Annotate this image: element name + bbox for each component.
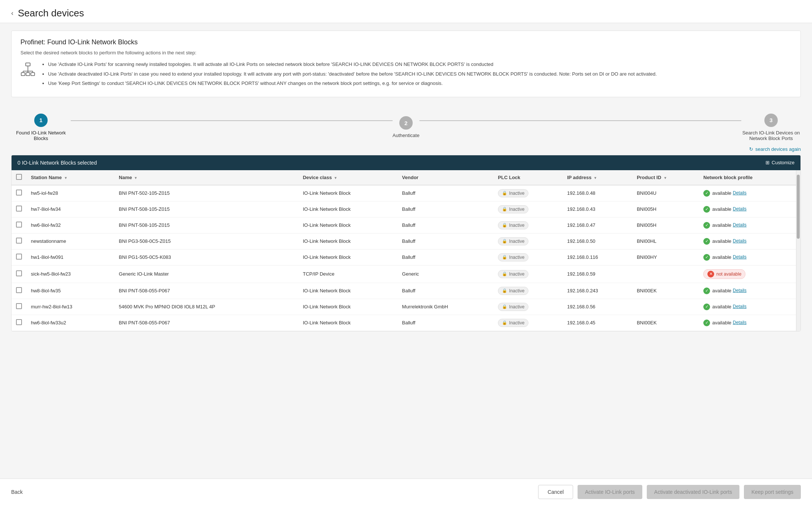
- cell-network-block-profile: ✓ availableDetails: [699, 185, 800, 201]
- table-row: hw5-iol-fw28BNI PNT-502-105-Z015IO-Link …: [12, 185, 800, 201]
- row-checkbox[interactable]: [16, 270, 22, 276]
- product-id-sort-icon: ▾: [664, 176, 666, 180]
- customize-button[interactable]: ⊞ Customize: [765, 160, 795, 165]
- step-connector-1: [71, 120, 393, 121]
- th-network-block-profile: Network block profile: [699, 170, 800, 185]
- device-class-sort-icon: ▾: [335, 176, 336, 180]
- cell-ip-address: 192.168.0.56: [563, 299, 632, 315]
- cell-vendor: Balluff: [397, 249, 493, 265]
- details-link[interactable]: Details: [733, 288, 747, 293]
- plc-lock-badge: 🔒Inactive: [498, 287, 528, 295]
- details-link[interactable]: Details: [733, 190, 747, 196]
- cell-name: BNI PNT-508-055-P067: [114, 315, 298, 331]
- keep-port-settings-button[interactable]: Keep port settings: [744, 485, 801, 499]
- step-3: 3 Search IO-Link Devices on Network Bloc…: [741, 114, 801, 141]
- plc-lock-badge: 🔒Inactive: [498, 237, 528, 245]
- th-device-class[interactable]: Device class ▾: [298, 170, 398, 185]
- details-link[interactable]: Details: [733, 254, 747, 260]
- scrollbar[interactable]: [796, 170, 800, 331]
- info-panel: Profinet: Found IO-Link Network Blocks S…: [11, 31, 801, 97]
- cell-ip-address: 192.168.0.59: [563, 265, 632, 283]
- cell-vendor: Balluff: [397, 315, 493, 331]
- scroll-thumb[interactable]: [797, 175, 800, 239]
- cell-plc-lock: 🔒Inactive: [493, 217, 563, 233]
- bullet-list: Use 'Activate IO-Link Ports' for scannin…: [41, 61, 657, 89]
- cell-name: BNI PNT-502-105-Z015: [114, 185, 298, 201]
- plc-lock-badge: 🔒Inactive: [498, 319, 528, 327]
- details-link[interactable]: Details: [733, 222, 747, 228]
- details-link[interactable]: Details: [733, 320, 747, 325]
- step-2-label: Authenticate: [393, 133, 419, 138]
- row-checkbox[interactable]: [16, 238, 22, 244]
- cancel-button[interactable]: Cancel: [538, 485, 573, 499]
- station-name-sort-icon: ▾: [65, 176, 67, 180]
- row-checkbox[interactable]: [16, 287, 22, 293]
- table-header-row: Station Name ▾ Name ▾ Device class ▾: [12, 170, 800, 185]
- cell-network-block-profile: ✕ not available: [699, 265, 800, 283]
- cell-device-class: TCP/IP Device: [298, 265, 398, 283]
- th-name[interactable]: Name ▾: [114, 170, 298, 185]
- cell-name: Generic IO-Link Master: [114, 265, 298, 283]
- details-link[interactable]: Details: [733, 238, 747, 244]
- table-row: hw7-8iol-fw34BNI PNT-508-105-Z015IO-Link…: [12, 201, 800, 217]
- data-table: Station Name ▾ Name ▾ Device class ▾: [12, 170, 800, 331]
- cell-vendor: Balluff: [397, 201, 493, 217]
- search-again-label: search devices again: [755, 146, 801, 152]
- header-back-arrow[interactable]: ‹: [11, 9, 13, 17]
- th-ip-address[interactable]: IP address ▾: [563, 170, 632, 185]
- cell-network-block-profile: ✓ availableDetails: [699, 283, 800, 299]
- table-row: hw6-8iol-fw32BNI PNT-508-105-Z015IO-Link…: [12, 217, 800, 233]
- cell-device-class: IO-Link Network Block: [298, 299, 398, 315]
- cell-station-name: hw8-8iol-fw35: [26, 283, 114, 299]
- lock-icon: 🔒: [502, 288, 507, 293]
- plc-lock-badge: 🔒Inactive: [498, 303, 528, 311]
- cell-vendor: Balluff: [397, 185, 493, 201]
- lock-icon: 🔒: [502, 191, 507, 196]
- check-circle-icon: ✓: [703, 288, 710, 294]
- cell-ip-address: 192.168.0.48: [563, 185, 632, 201]
- check-circle-icon: ✓: [703, 238, 710, 245]
- details-link[interactable]: Details: [733, 206, 747, 212]
- row-checkbox[interactable]: [16, 190, 22, 196]
- lock-icon: 🔒: [502, 223, 507, 228]
- table-row: newstationnameBNI PG3-508-0C5-Z015IO-Lin…: [12, 233, 800, 249]
- cell-vendor: Murrelektronik GmbH: [397, 299, 493, 315]
- step-1-label: Found IO-Link Network Blocks: [11, 130, 71, 141]
- cell-network-block-profile: ✓ availableDetails: [699, 217, 800, 233]
- cell-ip-address: 192.168.0.50: [563, 233, 632, 249]
- available-badge: ✓ available: [703, 190, 731, 197]
- cell-name: BNI PG1-505-0C5-K083: [114, 249, 298, 265]
- footer: Back Cancel Activate IO-Link ports Activ…: [0, 479, 812, 505]
- cell-device-class: IO-Link Network Block: [298, 217, 398, 233]
- cell-product-id: BNI005H: [632, 201, 699, 217]
- cell-name: BNI PNT-508-105-Z015: [114, 217, 298, 233]
- cell-station-name: murr-hw2-8iol-fw13: [26, 299, 114, 315]
- cell-station-name: hw5-iol-fw28: [26, 185, 114, 201]
- row-checkbox[interactable]: [16, 319, 22, 325]
- available-badge: ✓ available: [703, 320, 731, 326]
- th-product-id[interactable]: Product ID ▾: [632, 170, 699, 185]
- cell-device-class: IO-Link Network Block: [298, 315, 398, 331]
- cell-product-id: BNI00HL: [632, 233, 699, 249]
- back-button[interactable]: Back: [11, 486, 23, 498]
- details-link[interactable]: Details: [733, 304, 747, 309]
- th-station-name[interactable]: Station Name ▾: [26, 170, 114, 185]
- row-checkbox[interactable]: [16, 303, 22, 309]
- activate-deactivated-iolink-ports-button[interactable]: Activate deactivated IO-Link ports: [647, 485, 739, 499]
- cell-station-name: sick-hw5-8iol-fw23: [26, 265, 114, 283]
- page-container: ‹ Search devices Profinet: Found IO-Link…: [0, 0, 812, 505]
- cell-product-id: BNI00HY: [632, 249, 699, 265]
- svg-rect-2: [26, 73, 30, 76]
- row-checkbox[interactable]: [16, 222, 22, 228]
- table-wrapper: Station Name ▾ Name ▾ Device class ▾: [12, 170, 800, 331]
- row-checkbox[interactable]: [16, 206, 22, 212]
- cell-ip-address: 192.168.0.243: [563, 283, 632, 299]
- search-again-link[interactable]: ↻ search devices again: [749, 146, 801, 152]
- cell-vendor: Balluff: [397, 283, 493, 299]
- check-circle-icon: ✓: [703, 254, 710, 261]
- row-checkbox[interactable]: [16, 254, 22, 260]
- available-badge: ✓ available: [703, 304, 731, 310]
- activate-iolink-ports-button[interactable]: Activate IO-Link ports: [578, 485, 642, 499]
- cell-network-block-profile: ✓ availableDetails: [699, 201, 800, 217]
- select-all-checkbox[interactable]: [16, 174, 22, 180]
